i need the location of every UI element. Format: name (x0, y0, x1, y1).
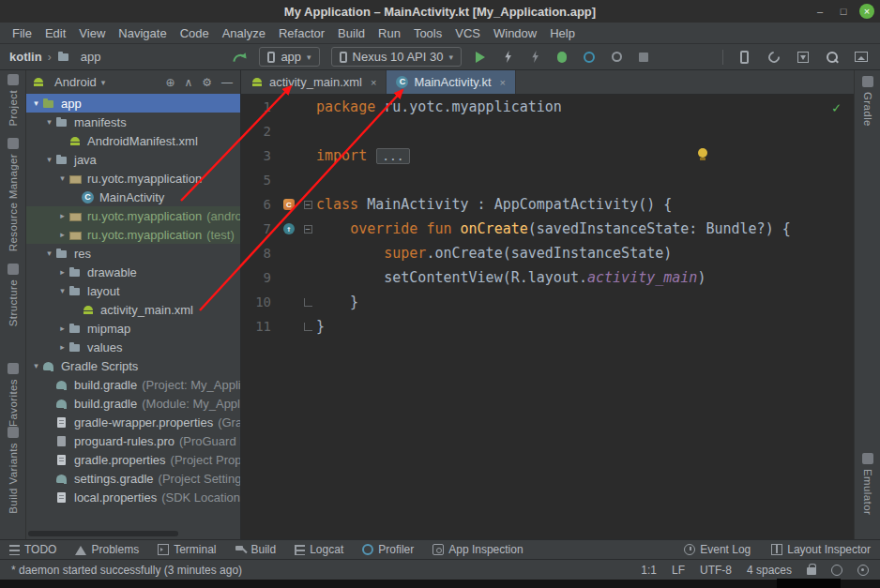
menu-navigate[interactable]: Navigate (112, 24, 173, 42)
menu-view[interactable]: View (72, 24, 112, 42)
line-number[interactable]: 1 (241, 95, 279, 119)
stop-button[interactable] (636, 49, 652, 65)
tool-window-button-layout-inspector[interactable]: Layout Inspector (771, 543, 871, 556)
close-icon[interactable]: × (371, 77, 376, 88)
menu-analyze[interactable]: Analyze (216, 24, 272, 42)
menu-code[interactable]: Code (174, 24, 216, 42)
tool-window-button-event-log[interactable]: Event Log (684, 543, 751, 556)
line-number[interactable]: 3 (241, 143, 279, 168)
tree-item-manifests[interactable]: ▾manifests (26, 113, 240, 131)
breadcrumb-project[interactable]: kotlin (9, 50, 42, 64)
menu-help[interactable]: Help (543, 24, 582, 42)
fold-collapse-icon[interactable]: − (304, 225, 312, 234)
code-line-5[interactable]: 5 (241, 168, 854, 192)
tree-chevron-icon[interactable]: ▸ (56, 324, 68, 333)
fold-end-icon[interactable] (304, 298, 312, 307)
code-line-1[interactable]: 1package ru.yotc.myapplication (241, 95, 854, 119)
image-asset-button[interactable] (853, 49, 869, 65)
intention-bulb-icon[interactable] (697, 148, 708, 161)
line-number[interactable]: 9 (241, 265, 279, 290)
line-separator[interactable]: LF (672, 564, 685, 577)
window-minimize-button[interactable]: – (812, 4, 827, 19)
tree-item-activity-main-xml[interactable]: activity_main.xml (26, 300, 240, 319)
tree-item-ru-yotc-myapplication[interactable]: ▾ru.yotc.myapplication (26, 169, 240, 188)
tree-chevron-icon[interactable]: ▾ (30, 98, 42, 108)
tool-strip-project[interactable]: Project (0, 74, 25, 127)
collapse-all-icon[interactable]: ∧ (184, 76, 192, 89)
tree-item-mipmap[interactable]: ▸mipmap (26, 319, 240, 338)
tree-chevron-icon[interactable]: ▸ (56, 230, 68, 239)
tool-window-button-profiler[interactable]: Profiler (362, 543, 414, 556)
apply-changes-button[interactable] (500, 49, 516, 65)
tree-item-androidmanifest-xml[interactable]: AndroidManifest.xml (26, 131, 240, 150)
title-bar[interactable]: My Application – MainActivity.kt [My_App… (0, 0, 880, 23)
override-gutter-icon[interactable]: ↑ (283, 223, 295, 234)
sdk-manager-button[interactable] (795, 49, 811, 65)
tree-chevron-icon[interactable]: ▾ (30, 361, 42, 370)
tab-activity-main-xml[interactable]: activity_main.xml× (241, 70, 387, 94)
tree-chevron-icon[interactable]: ▸ (56, 267, 68, 277)
horizontal-scrollbar[interactable] (28, 531, 178, 536)
tree-item-build-gradle-project-my-application[interactable]: build.gradle(Project: My_Application) (26, 375, 240, 394)
tree-item-values[interactable]: ▸values (26, 338, 240, 356)
gradle-sync-arrow-icon[interactable] (232, 49, 248, 65)
tree-item-gradle-properties-project-properties[interactable]: gradle.properties(Project Properties) (26, 450, 240, 469)
menu-build[interactable]: Build (331, 24, 372, 42)
class-gutter-icon[interactable] (283, 199, 295, 210)
tree-item-layout[interactable]: ▾layout (26, 281, 240, 300)
indent-style[interactable]: 4 spaces (747, 564, 792, 577)
locate-icon[interactable]: ⊕ (165, 76, 174, 89)
menu-refactor[interactable]: Refactor (272, 24, 331, 42)
attach-profiler-button[interactable] (609, 49, 625, 65)
tree-chevron-icon[interactable]: ▾ (43, 117, 55, 127)
menu-edit[interactable]: Edit (38, 24, 72, 42)
tree-item-drawable[interactable]: ▸drawable (26, 263, 240, 281)
tree-item-res[interactable]: ▾res (26, 244, 240, 263)
code-line-3[interactable]: 3import ... (241, 143, 854, 168)
inspections-ok-icon[interactable]: ✓ (832, 99, 841, 116)
profile-button[interactable] (582, 49, 598, 65)
line-number[interactable]: 10 (241, 290, 279, 314)
notifications-icon[interactable] (857, 565, 869, 576)
tree-chevron-icon[interactable]: ▾ (56, 173, 68, 183)
tree-item-build-gradle-module-my-application-app[interactable]: build.gradle(Module: My_Application.app) (26, 394, 240, 413)
file-encoding[interactable]: UTF-8 (700, 564, 732, 577)
tool-window-button-terminal[interactable]: Terminal (158, 543, 216, 556)
code-line-9[interactable]: 9 setContentView(R.layout.activity_main) (241, 265, 854, 290)
window-close-button[interactable]: × (859, 4, 874, 19)
inspections-widget-icon[interactable] (831, 565, 842, 576)
code-line-2[interactable]: 2 (241, 119, 854, 143)
code-line-8[interactable]: 8 super.onCreate(savedInstanceState) (241, 241, 854, 265)
sync-project-gradle-button[interactable] (766, 49, 781, 65)
tab-mainactivity-kt[interactable]: MainActivity.kt× (387, 70, 516, 94)
tool-window-button-logcat[interactable]: Logcat (295, 543, 343, 556)
breadcrumb-module[interactable]: app (81, 50, 101, 64)
tool-strip-build-variants[interactable]: Build Variants (0, 427, 25, 514)
tool-window-button-build[interactable]: Build (235, 543, 277, 556)
fold-end-icon[interactable] (304, 323, 312, 331)
tree-item-java[interactable]: ▾java (26, 150, 240, 169)
tree-chevron-icon[interactable]: ▸ (56, 211, 68, 220)
tree-chevron-icon[interactable]: ▾ (56, 286, 68, 295)
tree-chevron-icon[interactable]: ▸ (56, 342, 68, 352)
line-number[interactable]: 2 (241, 119, 279, 143)
tool-strip-favorites[interactable]: Favorites (0, 363, 25, 427)
device-manager-button[interactable] (736, 49, 752, 65)
tree-chevron-icon[interactable]: ▾ (43, 155, 55, 164)
readonly-lock-icon[interactable] (807, 567, 816, 575)
code-line-10[interactable]: 10 } (241, 290, 854, 314)
line-number[interactable]: 7 (241, 217, 279, 241)
run-button[interactable] (473, 49, 489, 65)
close-icon[interactable]: × (500, 77, 506, 88)
tree-chevron-icon[interactable]: ▾ (43, 249, 55, 258)
menu-vcs[interactable]: VCS (448, 24, 487, 42)
tool-strip-structure[interactable]: Structure (0, 264, 25, 326)
tool-window-button-problems[interactable]: Problems (75, 543, 139, 556)
tool-strip-gradle[interactable]: Gradle (855, 76, 880, 127)
tool-strip-resource-manager[interactable]: Resource Manager (0, 138, 25, 251)
line-number[interactable]: 5 (241, 168, 279, 192)
line-number[interactable]: 6 (241, 192, 279, 217)
menu-window[interactable]: Window (487, 24, 543, 42)
line-number[interactable]: 11 (241, 314, 279, 339)
tool-window-button-todo[interactable]: TODO (9, 543, 56, 556)
